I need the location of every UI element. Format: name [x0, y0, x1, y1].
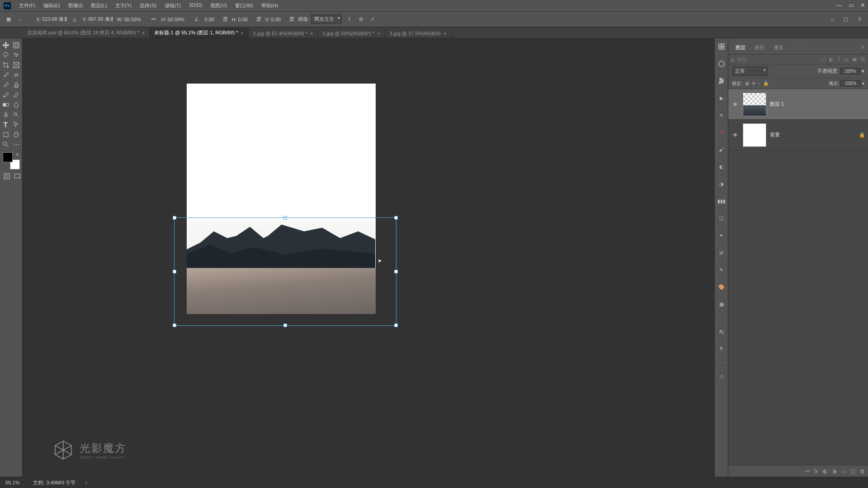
handle-bottom-right[interactable] [394, 324, 398, 327]
layer-thumbnail[interactable] [743, 123, 766, 147]
dodge-tool[interactable] [11, 110, 21, 120]
brush-tool[interactable] [1, 80, 11, 90]
delete-icon[interactable]: 🗑 [860, 468, 865, 474]
eyedropper-tool[interactable] [1, 70, 11, 80]
move-tool[interactable] [1, 40, 11, 50]
hand-tool[interactable] [11, 130, 21, 140]
chevron-down-icon[interactable]: ▾ [862, 68, 864, 74]
foreground-color[interactable] [3, 152, 13, 162]
menu-file[interactable]: 文件(F) [15, 1, 39, 10]
layer-row[interactable]: 👁 背景 🔒 [728, 120, 868, 150]
w-input[interactable] [124, 17, 146, 22]
filter-type-icon[interactable]: T [837, 56, 840, 62]
blur-tool[interactable] [11, 100, 21, 110]
fill-input[interactable] [840, 80, 861, 87]
close-button[interactable]: ✕ [860, 2, 865, 9]
x-input[interactable] [42, 17, 67, 22]
tab-layers[interactable]: 图层 [731, 42, 750, 54]
interpolation-dropdown[interactable]: 两次立方 [311, 14, 342, 24]
blend-mode-dropdown[interactable]: 正常 [732, 66, 768, 76]
filter-shape-icon[interactable]: ▭ [844, 56, 849, 62]
search-icon[interactable]: ⌕ [828, 15, 836, 23]
zoom-tool[interactable] [1, 140, 11, 150]
tab-paths[interactable]: 路径 [750, 42, 769, 54]
visibility-icon[interactable]: 👁 [731, 132, 739, 138]
new-layer-icon[interactable]: ◫ [850, 468, 855, 474]
stamp-tool[interactable] [11, 80, 21, 90]
tab-close-icon[interactable]: × [310, 31, 313, 36]
doc-tab-1[interactable]: 流浪地球.psd @ 60.6% (图层 18 拷贝 4, RGB/8#) *× [23, 28, 150, 38]
lock-position-icon[interactable]: ✥ [752, 81, 755, 86]
rail-globe-icon[interactable]: ◐ [717, 162, 726, 171]
menu-layer[interactable]: 图层(L) [87, 1, 110, 10]
filter-smart-icon[interactable]: ▣ [852, 56, 857, 62]
y-input[interactable] [88, 17, 113, 22]
frame-tool[interactable] [11, 60, 21, 70]
rail-history-icon[interactable]: ▶ [717, 94, 726, 103]
share-icon[interactable]: ⇪ [855, 15, 863, 23]
mask-icon[interactable]: ◐ [823, 468, 827, 474]
filter-toggle-icon[interactable]: ⦿ [860, 56, 865, 62]
handle-top-left[interactable] [173, 216, 176, 220]
panel-menu-icon[interactable]: ≡ [858, 42, 868, 54]
tab-close-icon[interactable]: × [443, 31, 446, 36]
skewh-input[interactable] [238, 17, 255, 22]
chevron-down-icon[interactable]: ▾ [862, 81, 864, 86]
rail-character-icon[interactable]: A| [717, 327, 726, 336]
menu-view[interactable]: 视图(V) [207, 1, 231, 10]
rail-transform-icon[interactable]: ⇄ [717, 248, 726, 257]
doc-info[interactable]: 文档:3.49M/0 字节› [33, 479, 87, 486]
cancel-transform-icon[interactable]: ⊘ [357, 15, 365, 23]
rail-dots-icon[interactable]: ⠿ [717, 128, 726, 137]
quick-select-tool[interactable] [11, 50, 21, 60]
menu-help[interactable]: 帮助(H) [258, 1, 282, 10]
filter-adjust-icon[interactable]: ◐ [829, 56, 834, 62]
handle-top-right[interactable] [394, 216, 398, 220]
lock-artboard-icon[interactable]: ↕ [758, 81, 760, 86]
canvas-area[interactable]: ➤ 光影魔方 GREST MORE FUNNY [23, 38, 714, 477]
type-tool[interactable]: T [1, 120, 11, 130]
filter-pixel-icon[interactable]: ▢ [821, 56, 826, 62]
rail-histogram-icon[interactable]: ▮▮▮ [717, 197, 726, 206]
handle-mid-left[interactable] [173, 270, 176, 273]
zoom-level[interactable]: 55.1% [5, 480, 19, 485]
skewv-input[interactable] [271, 17, 288, 22]
lock-all-icon[interactable]: 🔒 [763, 81, 769, 86]
rail-layers-icon[interactable]: ◇ [717, 372, 726, 381]
tab-close-icon[interactable]: × [377, 31, 380, 36]
eraser-tool[interactable] [11, 90, 21, 100]
tab-close-icon[interactable]: × [241, 30, 244, 36]
menu-filter[interactable]: 滤镜(T) [161, 1, 184, 10]
reference-point-icon[interactable]: ▫ [16, 15, 24, 23]
link-icon[interactable]: ⚯ [149, 15, 157, 23]
handle-mid-right[interactable] [394, 270, 398, 273]
more-tools[interactable]: ⋯ [11, 140, 21, 150]
filter-type-input[interactable] [737, 57, 818, 62]
color-swatches[interactable]: ⤭ [3, 152, 20, 169]
handle-bottom-left[interactable] [173, 324, 176, 327]
visibility-icon[interactable]: 👁 [731, 102, 739, 107]
panel-grip[interactable]: :::::: [728, 38, 868, 42]
minimize-button[interactable]: — [836, 2, 842, 9]
gradient-tool[interactable] [1, 100, 11, 110]
path-select-tool[interactable] [11, 120, 21, 130]
rail-color-icon[interactable] [717, 59, 726, 68]
menu-edit[interactable]: 编辑(E) [40, 1, 64, 10]
frame-icon[interactable]: ▢ [842, 15, 850, 23]
healing-tool[interactable] [11, 70, 21, 80]
menu-image[interactable]: 图像(I) [65, 1, 86, 10]
swap-colors-icon[interactable]: ⤭ [15, 152, 19, 157]
rail-palette-icon[interactable]: 🎨 [717, 282, 726, 291]
doc-tab-3[interactable]: 1.jpg @ 57.4%(RGB/8) *× [249, 29, 318, 38]
tab-channels[interactable]: 通道 [769, 42, 788, 54]
lasso-tool[interactable] [1, 50, 11, 60]
rail-adjustments-icon[interactable] [717, 76, 726, 85]
layer-name[interactable]: 背景 [770, 131, 780, 138]
rail-lightsource-icon[interactable]: ✳ [717, 111, 726, 120]
artboard-tool[interactable] [11, 40, 21, 50]
warp-icon[interactable]: ⌇ [345, 15, 354, 23]
layer-name[interactable]: 图层 1 [770, 101, 784, 108]
maximize-button[interactable]: ▭ [849, 2, 854, 9]
menu-select[interactable]: 选择(S) [136, 1, 160, 10]
fx-icon[interactable]: fx [814, 468, 818, 474]
